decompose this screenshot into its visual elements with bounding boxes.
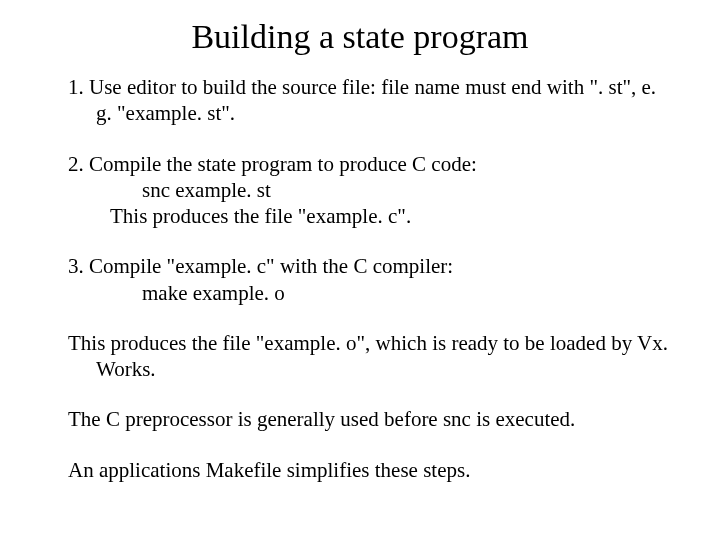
slide-container: Building a state program 1. Use editor t… (0, 0, 720, 483)
step-2-command: snc example. st (50, 177, 670, 203)
step-1: 1. Use editor to build the source file: … (50, 74, 670, 127)
slide-title: Building a state program (50, 18, 670, 56)
step-3-command: make example. o (50, 280, 670, 306)
step-3-line1: 3. Compile "example. c" with the C compi… (50, 253, 670, 279)
step-3: 3. Compile "example. c" with the C compi… (50, 253, 670, 306)
paragraph-output: This produces the file "example. o", whi… (50, 330, 670, 383)
step-2-line1: 2. Compile the state program to produce … (50, 151, 670, 177)
paragraph-preprocessor: The C preprocessor is generally used bef… (50, 406, 670, 432)
step-2-result: This produces the file "example. c". (50, 203, 670, 229)
paragraph-makefile: An applications Makefile simplifies thes… (50, 457, 670, 483)
step-2: 2. Compile the state program to produce … (50, 151, 670, 230)
